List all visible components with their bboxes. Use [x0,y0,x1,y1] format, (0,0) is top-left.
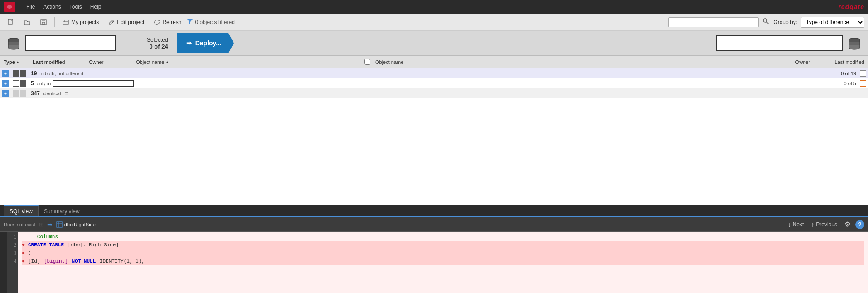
previous-label: Previous [816,221,837,228]
table-row: + 5 only in 0 of 5 [0,78,868,88]
bottom-panel: SQL view Summary view Does not exist ⊞ ➡… [0,205,868,293]
code-paren-open: ( [28,250,31,256]
menu-file[interactable]: File [23,3,39,11]
row-icons-2 [13,90,26,97]
tab-sql-view[interactable]: SQL view [4,205,39,216]
next-button[interactable]: ↓ Next [785,220,807,229]
svg-point-12 [763,19,767,22]
code-table-name: [dbo].[RightSide] [68,242,119,248]
table-row: + 347 identical = [0,88,868,98]
new-button[interactable] [4,17,18,27]
search-icon [762,18,770,26]
grid-icon: ⊞ [39,221,44,228]
select-all-checkbox[interactable] [364,59,370,65]
svg-rect-16 [57,222,62,227]
titlebar: File Actions Tools Help redgate [0,0,868,14]
code-keyword-create: CREATE TABLE [28,242,67,248]
row-count-right-1: 0 of 5 [844,81,858,86]
edit-icon [108,19,115,26]
right-db-indicator: dbo.RightSide [56,221,96,228]
svg-line-13 [766,22,769,24]
col-owner-header-right[interactable]: Owner [756,59,810,65]
tab-summary-view[interactable]: Summary view [39,206,85,216]
search-input[interactable] [668,17,759,27]
selected-label: Selected [147,37,168,43]
svg-rect-5 [42,20,45,21]
left-db-name[interactable] [25,35,116,51]
bottom-toolbar: Does not exist ⊞ ➡ dbo.RightSide ↓ Next … [0,217,868,232]
row-equal-sign-2: = [64,90,68,97]
open-button[interactable] [20,17,34,27]
row-inline-input-1[interactable] [53,80,134,87]
previous-icon: ↑ [811,221,814,228]
open-icon [24,19,31,26]
right-db-name[interactable] [716,35,843,51]
menu-actions[interactable]: Actions [39,3,64,11]
groupby-select[interactable]: Type of difference Object type Owner [801,17,864,28]
row-expand-btn-1[interactable]: + [2,80,9,87]
row-expand-btn-0[interactable]: + [2,70,9,77]
code-notnull: NOT NULL [69,259,99,264]
diff-marker-2: ● [22,242,27,248]
deploy-button[interactable]: ➡ Deploy... [177,33,234,53]
col-modified-header-right[interactable]: Last modified [810,59,864,65]
previous-button[interactable]: ↑ Previous [808,220,840,229]
table-row: + 19 in both, but different 0 of 19 [0,68,868,78]
right-db-icon [846,35,863,51]
filter-icon [187,18,193,26]
save-button[interactable] [36,17,51,27]
row-count-right-0: 0 of 19 [841,71,858,76]
sq-dark-icon-1 [13,70,19,77]
help-button[interactable]: ? [855,220,864,229]
row-checkbox-0[interactable] [860,70,866,77]
code-line-4: ● [Id] [bigint] NOT NULL IDENTITY(1, 1), [22,257,864,265]
col-objname-header-right[interactable]: Object name [375,59,756,65]
svg-line-10 [112,21,113,22]
new-icon [7,19,15,26]
refresh-icon [153,19,160,26]
left-db-icon [5,35,22,51]
diff-marker-3: ● [22,250,27,256]
col-modified-header[interactable]: Last modified [33,59,87,65]
row-icons-1 [13,80,26,87]
svg-rect-6 [42,22,45,24]
sq-light-icon-2 [20,90,26,97]
col-type-header[interactable]: Type ▲ [4,59,31,65]
code-line-1: -- Columns [22,233,864,241]
right-col-headers: Object name Owner Last modified [372,59,868,65]
myprojects-button[interactable]: My projects [58,17,102,27]
main-toolbar: My projects Edit project Refresh 0 objec… [0,14,868,31]
menu-help[interactable]: Help [87,3,105,11]
row-checkbox-orange-1[interactable] [860,80,866,87]
right-db-name: dbo.RightSide [64,222,96,227]
sq-white-border-icon [13,80,19,87]
menu-tools[interactable]: Tools [66,3,86,11]
line-num-4: 4 [7,257,18,265]
row-icons-0 [13,70,26,77]
toolbar-search-area: Group by: Type of difference Object type… [668,17,864,28]
sq-light-icon-1 [13,90,19,97]
code-content: 1 2 3 4 -- Columns ● CREATE TABLE [dbo].… [0,232,868,293]
col-objname-header-left[interactable]: Object name ▲ [136,59,359,65]
myprojects-icon [62,19,69,26]
refresh-button[interactable]: Refresh [150,17,185,27]
col-checkbox-center [363,59,372,65]
svg-marker-11 [187,19,193,24]
bottom-tabs: SQL view Summary view [0,205,868,217]
diff-marker-1 [22,234,27,240]
app-logo [4,2,15,12]
save-icon [40,19,47,26]
line-num-1: 1 [7,233,18,241]
editproject-label: Edit project [117,19,144,25]
code-identity: IDENTITY(1, 1), [100,259,145,264]
row-expand-btn-2[interactable]: + [2,90,9,97]
code-line-3: ● ( [22,249,864,257]
settings-button[interactable]: ⚙ [842,219,853,230]
code-area: -- Columns ● CREATE TABLE [dbo].[RightSi… [18,232,868,293]
next-icon: ↓ [788,221,791,228]
col-owner-header[interactable]: Owner [89,59,134,65]
editproject-button[interactable]: Edit project [104,17,148,27]
table-body: + 19 in both, but different 0 of 19 + 5 … [0,68,868,136]
sort-arrow-obj-icon: ▲ [165,60,169,64]
code-type: [bigint] [44,259,68,264]
